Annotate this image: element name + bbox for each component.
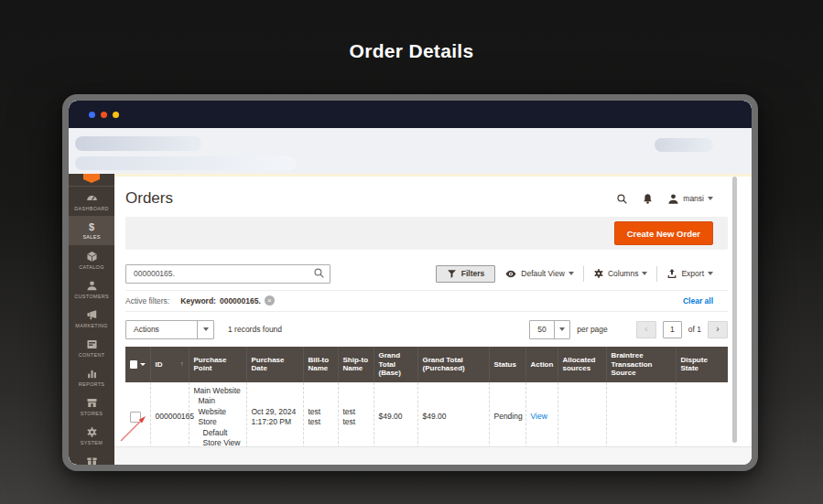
browser-chrome <box>69 128 752 174</box>
cell-purchase-point: Main Website Main Website Store Default … <box>189 382 246 453</box>
sidebar-item-find-partners[interactable]: FIND PARTNERS <box>69 450 114 465</box>
sidebar-item-sales[interactable]: $ SALES <box>69 216 114 245</box>
search-icon[interactable] <box>313 267 325 279</box>
cell-allocated-sources <box>558 382 606 453</box>
sidebar-item-label: CATALOG <box>79 264 104 270</box>
sidebar-item-label: SALES <box>82 234 100 240</box>
header-allocated-sources[interactable]: Allocated sources <box>558 347 606 382</box>
skeleton-pill <box>655 138 713 152</box>
next-page-button[interactable]: › <box>708 321 728 338</box>
remove-filter-icon[interactable]: × <box>265 295 275 306</box>
actions-dropdown-value: Actions <box>126 321 197 338</box>
catalog-icon <box>86 251 98 263</box>
bell-icon <box>642 193 654 205</box>
marketing-icon <box>86 309 98 321</box>
purchase-point-website: Main Website <box>194 386 242 396</box>
header-purchase-date[interactable]: Purchase Date <box>246 347 303 382</box>
cell-ship-to-name: test test <box>338 382 374 453</box>
header-grand-total-purchased[interactable]: Grand Total (Purchased) <box>417 347 489 382</box>
purchase-point-store: Main Website Store <box>194 396 242 427</box>
sidebar-item-content[interactable]: CONTENT <box>69 333 114 362</box>
chevron-down-icon <box>140 363 146 366</box>
sidebar-item-label: MARKETING <box>75 323 107 328</box>
skeleton-pill <box>75 156 297 170</box>
sidebar-item-marketing[interactable]: MARKETING <box>69 304 114 333</box>
clear-all-link[interactable]: Clear all <box>683 296 713 306</box>
create-new-order-button[interactable]: Create New Order <box>614 221 713 245</box>
chevron-down-icon <box>708 272 713 275</box>
view-order-link[interactable]: View <box>531 412 547 421</box>
columns-label: Columns <box>608 269 639 278</box>
dashboard-icon <box>86 192 98 204</box>
reports-icon <box>86 368 98 380</box>
user-name: mansi <box>683 194 704 203</box>
active-filters-label: Active filters: <box>125 296 169 306</box>
chevron-down-icon <box>554 321 570 338</box>
sidebar-item-catalog[interactable]: CATALOG <box>69 245 114 274</box>
vertical-scrollbar[interactable] <box>732 177 737 443</box>
window-dot-yellow[interactable] <box>113 112 119 118</box>
cell-braintree-transaction-source <box>606 382 676 453</box>
user-icon <box>667 193 679 205</box>
sidebar-item-dashboard[interactable]: DASHBOARD <box>69 187 114 216</box>
per-page-value: 50 <box>530 321 553 338</box>
window-dot-red[interactable] <box>101 112 107 118</box>
footer-band <box>114 446 752 465</box>
per-page-dropdown[interactable]: 50 <box>529 320 570 339</box>
sidebar-item-label: CONTENT <box>79 352 105 358</box>
notifications-button[interactable] <box>642 193 654 205</box>
select-all-checkbox[interactable] <box>130 360 137 369</box>
admin-search-button[interactable] <box>616 193 628 205</box>
browser-window: DASHBOARD $ SALES CATALOG CUSTOMERS MARK… <box>62 94 758 471</box>
export-button[interactable]: Export <box>666 268 713 279</box>
magento-logo[interactable] <box>69 174 114 187</box>
header-action[interactable]: Action <box>525 347 558 382</box>
actions-dropdown[interactable]: Actions <box>125 320 214 339</box>
admin-sidebar: DASHBOARD $ SALES CATALOG CUSTOMERS MARK… <box>69 174 114 465</box>
skeleton-pill <box>75 136 201 151</box>
header-grand-total-base[interactable]: Grand Total (Base) <box>374 347 417 382</box>
header-braintree-transaction-source[interactable]: Braintree Transaction Source <box>606 347 676 382</box>
header-id[interactable]: ID↑ <box>150 347 189 382</box>
sidebar-item-system[interactable]: SYSTEM <box>69 421 114 450</box>
header-status[interactable]: Status <box>489 347 525 382</box>
grid-header-row: ID↑ Purchase Point Purchase Date Bill-to… <box>125 347 728 382</box>
gear-icon <box>593 268 604 279</box>
magento-logo-icon <box>83 174 100 183</box>
cell-grand-total-purchased: $49.00 <box>417 382 489 453</box>
filters-button[interactable]: Filters <box>436 265 496 283</box>
header-id-label: ID <box>156 360 163 370</box>
sidebar-item-label: CUSTOMERS <box>74 294 109 299</box>
window-dot-blue[interactable] <box>89 112 95 118</box>
sidebar-item-reports[interactable]: REPORTS <box>69 362 114 391</box>
header-purchase-point[interactable]: Purchase Point <box>189 347 246 382</box>
sidebar-item-label: SYSTEM <box>81 440 103 445</box>
sidebar-item-stores[interactable]: STORES <box>69 391 114 421</box>
sort-asc-icon: ↑ <box>180 360 184 368</box>
orders-page-title: Orders <box>125 189 173 208</box>
header-bill-to-name[interactable]: Bill-to Name <box>303 347 338 382</box>
divider <box>656 266 657 282</box>
default-view-button[interactable]: Default View <box>504 269 574 279</box>
search-icon <box>616 193 628 205</box>
columns-button[interactable]: Columns <box>593 268 648 279</box>
header-dispute-state[interactable]: Dispute State <box>676 347 728 382</box>
filter-funnel-icon <box>447 269 457 279</box>
orders-grid: ID↑ Purchase Point Purchase Date Bill-to… <box>125 347 728 454</box>
keyword-search-input[interactable] <box>125 264 330 284</box>
sidebar-item-label: REPORTS <box>79 381 105 387</box>
page-title: Order Details <box>0 40 823 62</box>
filters-label: Filters <box>461 269 485 278</box>
user-menu-button[interactable]: mansi <box>667 193 713 205</box>
sidebar-item-customers[interactable]: CUSTOMERS <box>69 274 114 304</box>
prev-page-button[interactable]: ‹ <box>636 321 656 338</box>
current-page-input[interactable] <box>663 321 682 338</box>
breadcrumb-skeleton: Create New Order <box>125 217 728 250</box>
keyword-value: 000000165. <box>220 296 261 306</box>
header-select-all[interactable] <box>125 347 150 382</box>
header-ship-to-name[interactable]: Ship-to Name <box>338 347 374 382</box>
eye-icon <box>504 269 517 279</box>
chevron-down-icon <box>197 321 213 338</box>
keyword-label: Keyword: <box>180 296 216 306</box>
records-found-text: 1 records found <box>228 325 282 334</box>
